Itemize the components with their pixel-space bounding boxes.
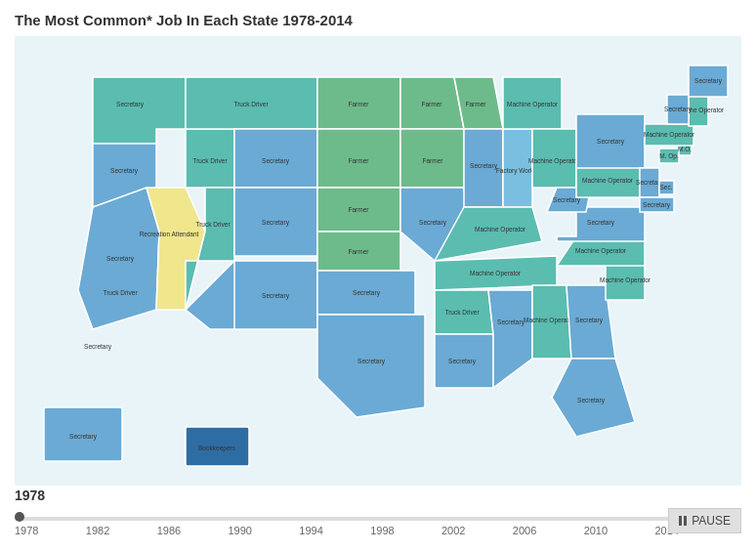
main-container: The Most Common* Job In Each State 1978-…	[0, 0, 756, 552]
svg-marker-82	[659, 181, 674, 194]
svg-marker-36	[400, 77, 464, 129]
svg-marker-92	[689, 95, 708, 126]
svg-marker-62	[532, 285, 571, 359]
timeline-area: 1978 19781982198619901994199820022006201…	[15, 488, 741, 541]
slider-thumb[interactable]	[15, 512, 24, 522]
svg-marker-26	[317, 129, 400, 188]
map-area: Secretary Secretary Secretary Recreation…	[15, 36, 741, 486]
svg-marker-48	[503, 77, 562, 129]
svg-marker-14	[234, 129, 317, 188]
svg-marker-12	[186, 77, 317, 129]
svg-marker-28	[317, 188, 400, 232]
page-title: The Most Common* Job In Each State 1978-…	[15, 12, 741, 28]
pause-icon	[679, 516, 687, 526]
tick-label-1982: 1982	[86, 525, 109, 536]
svg-marker-32	[317, 271, 415, 315]
svg-marker-84	[640, 197, 674, 212]
tick-labels: 1978198219861990199419982002200620102014	[15, 525, 679, 536]
svg-marker-56	[435, 290, 493, 334]
timeline-slider-container: 1978198219861990199419982002200620102014	[15, 509, 679, 529]
tick-label-1994: 1994	[299, 525, 322, 536]
pause-label: PAUSE	[692, 514, 731, 528]
svg-marker-44	[464, 129, 503, 207]
svg-marker-94	[667, 95, 689, 124]
svg-rect-100	[186, 427, 249, 466]
svg-marker-80	[640, 168, 659, 197]
svg-marker-30	[317, 232, 400, 271]
tick-label-2010: 2010	[584, 525, 608, 536]
svg-marker-58	[435, 334, 493, 388]
us-map: Secretary Secretary Secretary Recreation…	[15, 36, 741, 486]
svg-rect-98	[44, 407, 122, 461]
tick-label-2006: 2006	[513, 525, 536, 536]
tick-label-1978: 1978	[15, 525, 38, 536]
current-year-label: 1978	[15, 488, 741, 503]
svg-marker-38	[400, 129, 464, 188]
tick-label-1998: 1998	[370, 525, 394, 536]
svg-marker-18	[234, 188, 317, 256]
svg-marker-68	[606, 261, 645, 300]
svg-marker-10	[186, 129, 234, 188]
svg-marker-24	[317, 77, 400, 129]
tick-label-2002: 2002	[441, 525, 465, 536]
svg-marker-46	[503, 129, 532, 207]
tick-label-1986: 1986	[157, 525, 181, 536]
pause-button[interactable]: PAUSE	[668, 508, 741, 533]
svg-marker-86	[659, 149, 679, 163]
svg-marker-50	[532, 129, 576, 188]
svg-marker-78	[576, 114, 645, 168]
svg-marker-22	[234, 261, 317, 329]
svg-marker-90	[645, 124, 693, 146]
svg-marker-96	[689, 65, 728, 97]
tick-label-1990: 1990	[228, 525, 251, 536]
slider-track	[15, 517, 679, 521]
